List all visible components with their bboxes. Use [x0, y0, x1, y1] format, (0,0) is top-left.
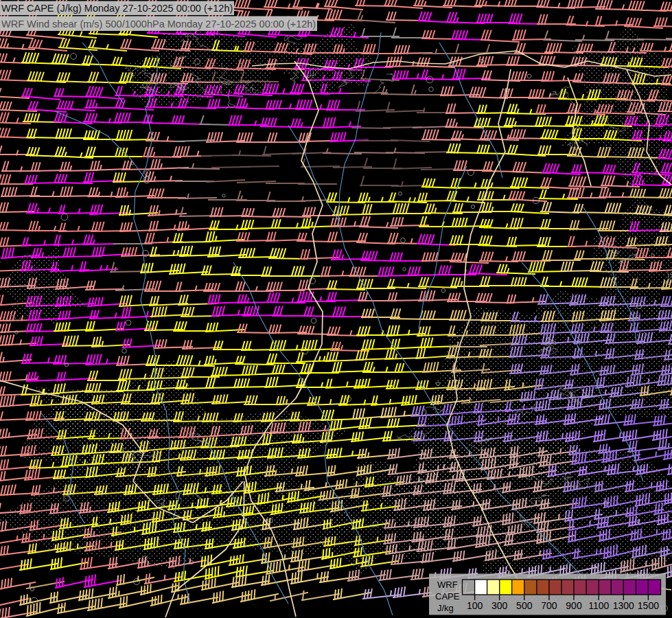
- svg-text:1300: 1300: [613, 600, 634, 611]
- svg-text:WRF Wind shear (m/s) 500/1000h: WRF Wind shear (m/s) 500/1000hPa Monday …: [1, 19, 316, 30]
- svg-text:WRF: WRF: [437, 580, 458, 590]
- svg-text:1100: 1100: [588, 600, 609, 611]
- svg-text:900: 900: [566, 600, 582, 611]
- svg-text:WRF CAPE (J/kg) Monday 27-10-2: WRF CAPE (J/kg) Monday 27-10-2025 00:00 …: [1, 3, 233, 14]
- svg-text:700: 700: [541, 600, 557, 611]
- svg-text:500: 500: [516, 600, 533, 611]
- svg-text:300: 300: [491, 600, 508, 611]
- svg-text:100: 100: [467, 600, 483, 611]
- svg-text:1500: 1500: [638, 600, 659, 611]
- svg-text:CAPE: CAPE: [435, 591, 460, 602]
- svg-text:J/kg: J/kg: [437, 603, 454, 613]
